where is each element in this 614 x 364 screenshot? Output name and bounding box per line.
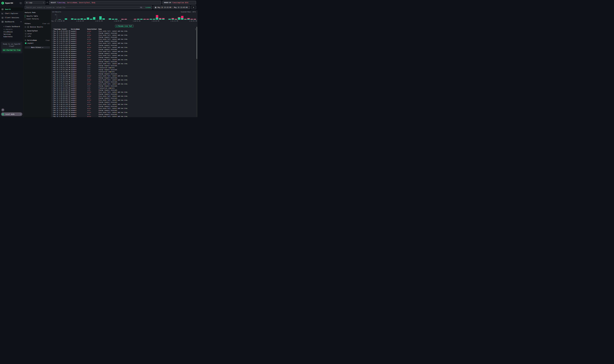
row-expand-chevron-icon[interactable] (52, 110, 53, 111)
row-expand-chevron-icon[interactable] (52, 106, 53, 107)
histogram-bar[interactable] (171, 18, 174, 20)
row-expand-chevron-icon[interactable] (52, 59, 53, 60)
log-row[interactable]: May 15 1:40:26.444 PMpaymentinfoCharge r… (52, 101, 197, 103)
log-row[interactable]: May 15 1:40:24.219 PMpaymenterrorVisa ca… (52, 103, 197, 105)
more-filters-button[interactable]: More filters (25, 46, 50, 49)
row-expand-chevron-icon[interactable] (52, 98, 53, 99)
log-row[interactable]: May 15 1:41:21.678 PMpaymenterrorVisa ca… (52, 83, 197, 85)
filter-option-info[interactable]: info (25, 35, 50, 38)
sidebar-preset-clickhouse[interactable]: Clickhouse (3, 31, 23, 33)
log-row[interactable]: May 15 1:40:10.597 PMpaymentinfoCharge r… (52, 114, 197, 116)
create-dashboard-button[interactable]: + Create Dashboard (3, 25, 23, 28)
log-row[interactable]: May 15 1:42:43.360 PMpaymenterrorVisa ca… (52, 34, 197, 36)
log-row[interactable]: May 15 1:41:14.361 PMpaymentinfoCharge r… (52, 89, 197, 91)
row-expand-chevron-icon[interactable] (52, 51, 53, 52)
histogram-bar[interactable] (74, 19, 77, 20)
row-expand-chevron-icon[interactable] (52, 61, 53, 62)
histogram-bar[interactable] (121, 19, 124, 20)
sidebar-item-client-sessions[interactable]: Client Sessions (0, 15, 23, 20)
checkbox-payment[interactable]: ✓ (25, 42, 26, 44)
tab-results-table[interactable]: Results Table (25, 15, 50, 17)
log-row[interactable]: May 15 1:42:01.814 PMpaymentinfoCharge r… (52, 61, 197, 63)
log-row[interactable]: May 15 1:40:10.601 PMpaymenterrorVisa ca… (52, 111, 197, 114)
histogram-bar[interactable] (137, 19, 139, 20)
histogram-bar[interactable] (190, 19, 193, 20)
row-expand-chevron-icon[interactable] (52, 49, 53, 50)
source-settings-button[interactable] (45, 1, 49, 4)
tab-event-patterns[interactable]: Event Patterns (25, 17, 50, 20)
row-expand-chevron-icon[interactable] (52, 88, 53, 89)
sidebar-item-chart-explorer[interactable]: Chart Explorer (0, 11, 23, 15)
row-expand-chevron-icon[interactable] (52, 116, 53, 117)
row-expand-chevron-icon[interactable] (52, 47, 53, 48)
histogram-bar[interactable] (140, 19, 143, 20)
histogram-bar[interactable] (159, 18, 161, 20)
row-expand-chevron-icon[interactable] (52, 104, 53, 105)
row-expand-chevron-icon[interactable] (52, 35, 53, 36)
log-row[interactable]: May 15 1:41:30.283 PMpaymenterrorVisa ca… (52, 75, 197, 77)
log-row[interactable]: May 15 1:42:50.834 PMpaymentinfoCharge r… (52, 32, 197, 34)
histogram-bar[interactable] (134, 19, 136, 20)
column-body[interactable]: Body (99, 28, 197, 30)
resume-live-tail-button[interactable]: Resume Live Tail (115, 25, 133, 27)
row-expand-chevron-icon[interactable] (52, 77, 53, 78)
log-row[interactable]: May 15 1:42:01.824 PMpaymenterrorVisa ca… (52, 59, 197, 61)
row-expand-chevron-icon[interactable] (52, 63, 53, 64)
log-row[interactable]: May 15 1:41:57.183 PMpaymenterrorVisa ca… (52, 63, 197, 65)
row-expand-chevron-icon[interactable] (52, 75, 53, 77)
log-row[interactable]: May 15 1:41:25.373 PMpaymenterrorVisa ca… (52, 79, 197, 81)
histogram-bar[interactable] (153, 19, 155, 20)
row-expand-chevron-icon[interactable] (52, 57, 53, 58)
scrollbar-thumb[interactable] (196, 27, 197, 59)
row-expand-chevron-icon[interactable] (52, 65, 53, 66)
row-expand-chevron-icon[interactable] (52, 94, 53, 95)
histogram-bar[interactable] (194, 19, 196, 20)
select-query-input[interactable]: SELECT Timestamp, ServiceName, SeverityT… (49, 1, 161, 4)
row-expand-chevron-icon[interactable] (52, 108, 53, 109)
histogram-bar[interactable] (187, 18, 190, 20)
log-row[interactable]: May 15 1:42:04.376 PMpaymentinfoCharge r… (52, 57, 197, 59)
user-menu[interactable]: U Local mode (1, 112, 22, 116)
log-row[interactable]: May 15 1:42:04.392 PMpaymenterrorVisa ca… (52, 54, 197, 57)
row-expand-chevron-icon[interactable] (52, 43, 53, 44)
histogram-bar[interactable] (124, 19, 127, 20)
presets-toggle[interactable]: PRESETS (3, 29, 23, 30)
histogram-bar[interactable] (65, 18, 67, 20)
clear-all-link[interactable]: Clear all (42, 23, 50, 25)
log-row[interactable]: May 15 1:42:36.188 PMpaymenterrorVisa ca… (52, 38, 197, 40)
histogram-bar[interactable] (162, 18, 165, 20)
row-expand-chevron-icon[interactable] (52, 71, 53, 72)
histogram-bar[interactable] (84, 19, 86, 20)
column-servicename[interactable]: ServiceName (71, 28, 87, 30)
row-expand-chevron-icon[interactable] (52, 83, 53, 85)
time-range-picker[interactable]: May 15 13:32:00 - May 15 13:43:00 (153, 6, 190, 9)
histogram-bar[interactable] (115, 19, 118, 20)
clear-filter-link[interactable]: Clear (46, 39, 50, 41)
sidebar-item-search[interactable]: Search (0, 7, 23, 11)
histogram-bar[interactable] (143, 19, 146, 20)
sidebar-item-dashboards[interactable]: Dashboards (0, 20, 23, 24)
row-expand-chevron-icon[interactable] (52, 67, 53, 68)
search-input[interactable] (26, 6, 151, 9)
checkbox-denoise[interactable] (25, 26, 26, 28)
row-expand-chevron-icon[interactable] (52, 79, 53, 80)
log-row[interactable]: May 15 1:42:26.920 PMpaymentinfoCharge r… (52, 44, 197, 46)
denoise-results-option[interactable]: Denoise Results (25, 26, 50, 28)
row-expand-chevron-icon[interactable] (52, 91, 53, 93)
histogram-bar[interactable] (150, 19, 152, 20)
checkbox-info[interactable] (25, 36, 26, 37)
filter-option-payment[interactable]: ✓payment (25, 42, 50, 44)
row-expand-chevron-icon[interactable] (52, 114, 53, 115)
log-row[interactable]: May 15 1:41:14.373 PMpaymentinfoTransact… (52, 87, 197, 89)
row-expand-chevron-icon[interactable] (52, 33, 53, 34)
histogram-bar[interactable] (178, 17, 180, 20)
log-row[interactable]: May 15 1:40:14.505 PMpaymentinfoCharge r… (52, 109, 197, 111)
histogram-bar[interactable] (77, 19, 80, 20)
row-expand-chevron-icon[interactable] (52, 41, 53, 42)
row-expand-chevron-icon[interactable] (52, 102, 53, 103)
lucene-mode-button[interactable]: Lucene (145, 7, 151, 8)
row-expand-chevron-icon[interactable] (52, 69, 53, 70)
log-row[interactable]: May 15 1:42:27.131 PMpaymenterrorVisa ca… (52, 42, 197, 44)
log-row[interactable]: May 15 1:41:47.766 PMpaymentinfoCharge r… (52, 73, 197, 75)
histogram-bar[interactable] (175, 19, 177, 20)
